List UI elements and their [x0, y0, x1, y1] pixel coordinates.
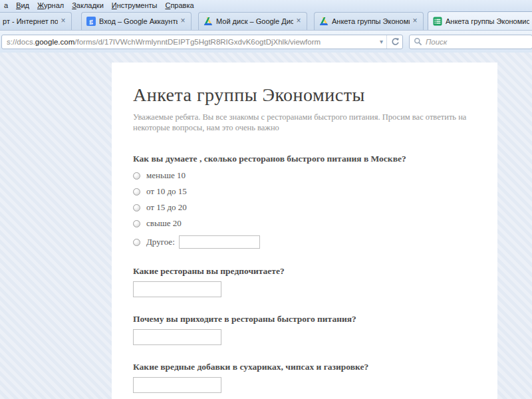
- search-input[interactable]: [426, 36, 528, 48]
- radio-option-row: меньше 10: [133, 171, 473, 180]
- menu-item-help[interactable]: Справка: [161, 1, 198, 9]
- radio-option-row-other: Другое:: [133, 235, 473, 249]
- radio-other-label: Другое:: [146, 237, 175, 247]
- browser-menubar: а Вид Журнал Закладки Инструменты Справк…: [0, 0, 532, 10]
- radio-button[interactable]: [133, 172, 140, 180]
- question-4-label: Какие вредные добавки в сухариках, чипса…: [133, 361, 473, 372]
- question-3: Почему вы приходите в рестораны быстрого…: [133, 313, 473, 345]
- search-box: [409, 35, 532, 49]
- url-text: s://docs.google.com/forms/d/17IVWchWrmly…: [7, 38, 376, 46]
- menu-item-history[interactable]: Журнал: [33, 1, 68, 9]
- radio-button[interactable]: [133, 204, 140, 211]
- tab-google-drive[interactable]: Мой диск – Google Диск ×: [198, 12, 307, 30]
- question-3-label: Почему вы приходите в рестораны быстрого…: [133, 313, 473, 325]
- browser-navbar: s://docs.google.com/forms/d/17IVWchWrmly…: [0, 31, 532, 53]
- radio-button[interactable]: [133, 239, 140, 246]
- question-2-input[interactable]: [133, 281, 221, 297]
- radio-option-row: свыше 20: [133, 219, 473, 228]
- tab-title: Анкета группы Экономис...: [446, 17, 529, 25]
- tab-title: Анкета группы Экономис...: [332, 17, 410, 25]
- tab-close-icon[interactable]: ×: [59, 17, 68, 26]
- question-1-label: Как вы думаете , сколько ресторанов быст…: [133, 153, 473, 164]
- radio-option-label: меньше 10: [146, 170, 186, 181]
- tab-form-drive[interactable]: Анкета группы Экономис... ×: [314, 12, 424, 30]
- tab-title: Вход – Google Аккаунты: [99, 17, 178, 25]
- tab-internet[interactable]: рт - Интернет по в... ×: [0, 12, 72, 30]
- form-description: Уважаемые ребята. Вы все знакомы с ресто…: [133, 112, 472, 133]
- search-icon: [414, 37, 422, 46]
- menu-item-view[interactable]: Вид: [12, 1, 33, 9]
- google-form-card: Анкета группы Экономисты Уважаемые ребят…: [112, 63, 497, 399]
- form-title: Анкета группы Экономисты: [133, 84, 473, 106]
- url-bar[interactable]: s://docs.google.com/forms/d/17IVWchWrmly…: [1, 35, 403, 49]
- google-drive-icon: [203, 17, 213, 26]
- radio-option-label: свыше 20: [146, 218, 182, 229]
- tab-close-icon[interactable]: ×: [410, 17, 420, 26]
- page-viewport: Анкета группы Экономисты Уважаемые ребят…: [0, 53, 532, 399]
- radio-option-row: от 15 до 20: [133, 203, 473, 212]
- radio-button[interactable]: [133, 188, 140, 196]
- url-dropdown-icon[interactable]: ▾: [376, 35, 386, 49]
- reload-icon[interactable]: [386, 35, 402, 49]
- tab-title: Мой диск – Google Диск: [216, 17, 293, 25]
- radio-button[interactable]: [133, 220, 140, 227]
- other-text-input[interactable]: [179, 235, 260, 249]
- menu-item-tools[interactable]: Инструменты: [108, 1, 162, 9]
- google-drive-icon: [319, 17, 329, 26]
- menu-item-bookmarks[interactable]: Закладки: [68, 1, 108, 9]
- browser-tabbar: рт - Интернет по в... × g Вход – Google …: [0, 10, 532, 31]
- tab-form-active[interactable]: Анкета группы Экономис...: [428, 11, 532, 31]
- question-4: Какие вредные добавки в сухариках, чипса…: [133, 361, 473, 393]
- google-accounts-icon: g: [86, 17, 96, 26]
- question-1-options: меньше 10 от 10 до 15 от 15 до 20 свыше …: [133, 171, 473, 249]
- menu-item-partial[interactable]: а: [0, 1, 12, 9]
- url-domain: google.com: [35, 38, 74, 46]
- question-2-label: Какие рестораны вы предпочитаете?: [133, 265, 473, 277]
- google-forms-icon: [433, 17, 442, 26]
- question-3-input[interactable]: [133, 329, 221, 345]
- question-4-input[interactable]: [133, 377, 221, 393]
- radio-option-row: от 10 до 15: [133, 187, 473, 196]
- tab-close-icon[interactable]: ×: [178, 17, 188, 26]
- question-2: Какие рестораны вы предпочитаете?: [133, 265, 473, 297]
- tab-google-accounts[interactable]: g Вход – Google Аккаунты ×: [81, 12, 192, 30]
- radio-option-label: от 10 до 15: [146, 186, 187, 197]
- tab-close-icon[interactable]: ×: [294, 17, 303, 26]
- radio-option-label: от 15 до 20: [146, 202, 187, 213]
- tab-title: рт - Интернет по в...: [3, 17, 58, 25]
